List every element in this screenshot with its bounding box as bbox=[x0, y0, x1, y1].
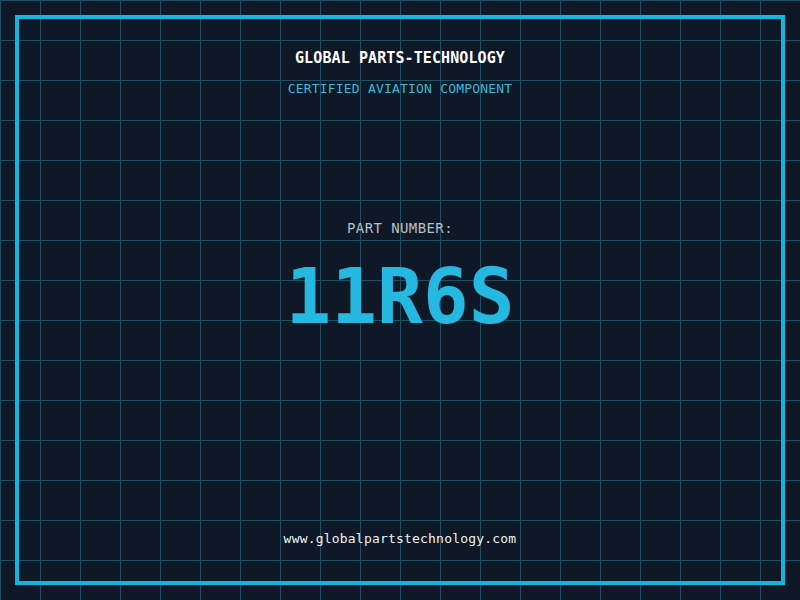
part-number-value: 11R6S bbox=[0, 259, 800, 335]
part-label-page: { "page": { "title": "GLOBAL PARTS-TECHN… bbox=[0, 0, 800, 600]
website-url: www.globalpartstechnology.com bbox=[0, 531, 800, 546]
part-number-label: PART NUMBER: bbox=[0, 220, 800, 236]
certification-subtitle: CERTIFIED AVIATION COMPONENT bbox=[0, 81, 800, 96]
brand-title: GLOBAL PARTS-TECHNOLOGY bbox=[0, 49, 800, 67]
